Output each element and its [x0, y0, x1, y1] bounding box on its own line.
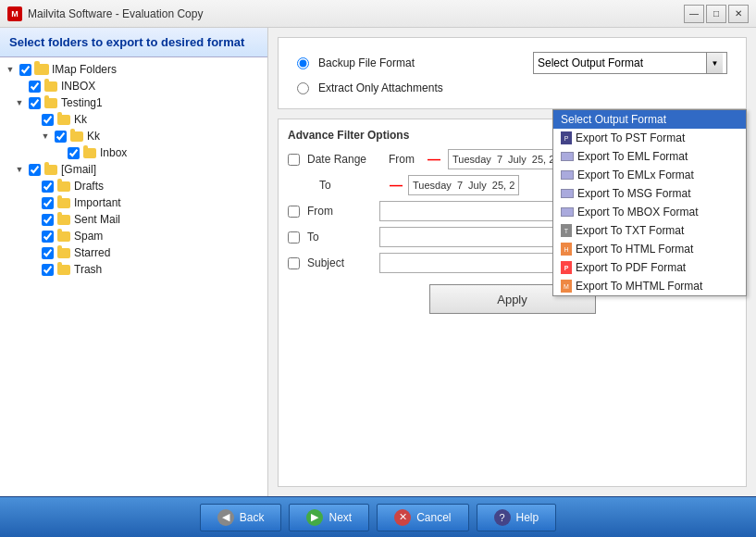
tree-check-drafts[interactable] — [42, 181, 54, 193]
dropdown-item-7[interactable]: H Export To HTML Format — [553, 240, 746, 258]
dropdown-item-label-8: Export To PDF Format — [576, 261, 686, 274]
dropdown-arrow-icon[interactable]: ▼ — [706, 53, 723, 73]
cancel-label: Cancel — [416, 511, 451, 524]
backup-format-label: Backup File Format — [318, 56, 415, 69]
tree-toggle-trash — [26, 263, 39, 276]
tree-label-testing1: Testing1 — [61, 96, 103, 109]
tree-check-spam[interactable] — [42, 231, 54, 243]
tree-item-important[interactable]: Important — [0, 194, 267, 211]
dropdown-item-8[interactable]: P Export To PDF Format — [553, 258, 746, 277]
dropdown-item-9[interactable]: M Export To MHTML Format — [553, 277, 746, 295]
date-range-checkbox[interactable] — [288, 154, 300, 166]
folder-icon-spam — [56, 229, 71, 244]
dropdown-item-2[interactable]: Export To EML Format — [553, 147, 746, 166]
tree-check-sentmail[interactable] — [42, 214, 54, 226]
tree-check-gmail[interactable] — [29, 164, 41, 176]
date-range-label: Date Range — [307, 153, 372, 166]
tree-item-testing1[interactable]: ▼ Testing1 — [0, 94, 267, 111]
to-date-minus-icon[interactable]: — — [390, 178, 403, 193]
window-title: Mailvita Software - Evaluation Copy — [28, 7, 203, 20]
extract-attachments-radio[interactable] — [297, 82, 309, 94]
to-field-checkbox[interactable] — [288, 231, 300, 244]
tree-item-kk2[interactable]: ▼ Kk — [0, 128, 267, 144]
folder-icon-important — [56, 195, 71, 210]
cancel-button[interactable]: ✕ Cancel — [377, 504, 468, 531]
tree-check-testing1[interactable] — [29, 97, 41, 109]
tree-label-kk2: Kk — [87, 130, 100, 143]
panel-header: Select folders to export to desired form… — [0, 28, 267, 57]
extract-attachments-label: Extract Only Attachments — [318, 81, 443, 94]
dropdown-item-label-2: Export To EML Format — [577, 150, 688, 163]
output-format-dropdown[interactable]: Select Output Format ▼ — [533, 52, 727, 74]
tree-label-spam: Spam — [74, 230, 103, 243]
folder-icon-gmail — [43, 162, 58, 177]
tree-item-gmail[interactable]: ▼ [Gmail] — [0, 161, 267, 178]
dropdown-item-1[interactable]: P Export To PST Format — [553, 129, 746, 147]
dropdown-item-label-1: Export To PST Format — [576, 131, 685, 144]
dropdown-item-label-3: Export To EMLx Format — [577, 169, 694, 181]
help-button[interactable]: ? Help — [477, 504, 557, 531]
tree-check-trash[interactable] — [42, 264, 54, 276]
emlx-icon — [561, 170, 574, 180]
tree-item-spam[interactable]: Spam — [0, 228, 267, 244]
tree-item-imap[interactable]: ▼ IMap Folders — [0, 61, 267, 78]
minimize-button[interactable]: — — [684, 5, 704, 23]
help-icon: ? — [494, 509, 511, 526]
tree-label-kk1: Kk — [74, 113, 87, 126]
folder-icon-starred — [56, 245, 71, 260]
tree-item-inbox[interactable]: INBOX — [0, 78, 267, 94]
eml-icon — [561, 152, 574, 161]
dropdown-item-label-7: Export To HTML Format — [576, 243, 693, 256]
close-button[interactable]: ✕ — [728, 5, 749, 23]
back-button[interactable]: ◀ Back — [200, 504, 282, 531]
dropdown-item-4[interactable]: Export To MSG Format — [553, 184, 746, 203]
tree-check-kk1[interactable] — [42, 114, 54, 126]
folder-icon-trash — [56, 262, 71, 277]
cancel-icon: ✕ — [394, 509, 411, 526]
tree-check-imap[interactable] — [19, 64, 31, 76]
backup-format-radio[interactable] — [297, 57, 309, 69]
dropdown-item-label-6: Export To TXT Format — [576, 224, 684, 237]
tree-toggle-kk2[interactable]: ▼ — [39, 130, 52, 143]
next-button[interactable]: ▶ Next — [289, 504, 369, 531]
folder-tree: ▼ IMap Folders INBOX ▼ — [0, 57, 267, 496]
left-panel: Select folders to export to desired form… — [0, 28, 268, 496]
dropdown-item-label-9: Export To MHTML Format — [576, 280, 702, 293]
tree-check-inbox[interactable] — [29, 81, 41, 93]
tree-item-sentmail[interactable]: Sent Mail — [0, 211, 267, 228]
dropdown-item-0[interactable]: Select Output Format — [553, 110, 746, 129]
to-date-input[interactable] — [408, 175, 519, 195]
tree-item-drafts[interactable]: Drafts — [0, 178, 267, 194]
from-date-minus-icon[interactable]: — — [428, 152, 440, 167]
dropdown-item-3[interactable]: Export To EMLx Format — [553, 166, 746, 184]
maximize-button[interactable]: □ — [706, 5, 726, 23]
tree-item-kk1[interactable]: Kk — [0, 111, 267, 128]
dropdown-item-label-5: Export To MBOX Format — [577, 206, 698, 219]
app-icon: M — [7, 6, 22, 21]
dropdown-item-6[interactable]: T Export To TXT Format — [553, 221, 746, 240]
dropdown-item-label-4: Export To MSG Format — [577, 187, 690, 200]
help-label: Help — [516, 511, 539, 524]
from-field-checkbox[interactable] — [288, 206, 300, 218]
tree-toggle-inbox — [13, 80, 26, 93]
tree-item-trash[interactable]: Trash — [0, 261, 267, 278]
tree-item-inbox2[interactable]: Inbox — [0, 144, 267, 161]
folder-icon-drafts — [56, 179, 71, 194]
tree-toggle-testing1[interactable]: ▼ — [13, 96, 26, 109]
tree-label-sentmail: Sent Mail — [74, 213, 120, 226]
tree-item-starred[interactable]: Starred — [0, 244, 267, 261]
subject-field-checkbox[interactable] — [288, 257, 300, 269]
tree-check-starred[interactable] — [42, 247, 54, 259]
tree-toggle-gmail[interactable]: ▼ — [13, 163, 26, 176]
subject-field-label: Subject — [307, 256, 372, 269]
extract-attachments-row: Extract Only Attachments — [297, 81, 727, 94]
tree-check-kk2[interactable] — [55, 131, 67, 143]
from-date-input[interactable] — [448, 149, 559, 169]
to-field-label: To — [307, 231, 372, 244]
tree-check-inbox2[interactable] — [68, 147, 80, 159]
tree-toggle-imap[interactable]: ▼ — [4, 63, 17, 76]
tree-check-important[interactable] — [42, 197, 54, 209]
dropdown-item-5[interactable]: Export To MBOX Format — [553, 203, 746, 221]
tree-toggle-drafts — [26, 180, 39, 193]
tree-toggle-inbox2 — [52, 146, 65, 159]
